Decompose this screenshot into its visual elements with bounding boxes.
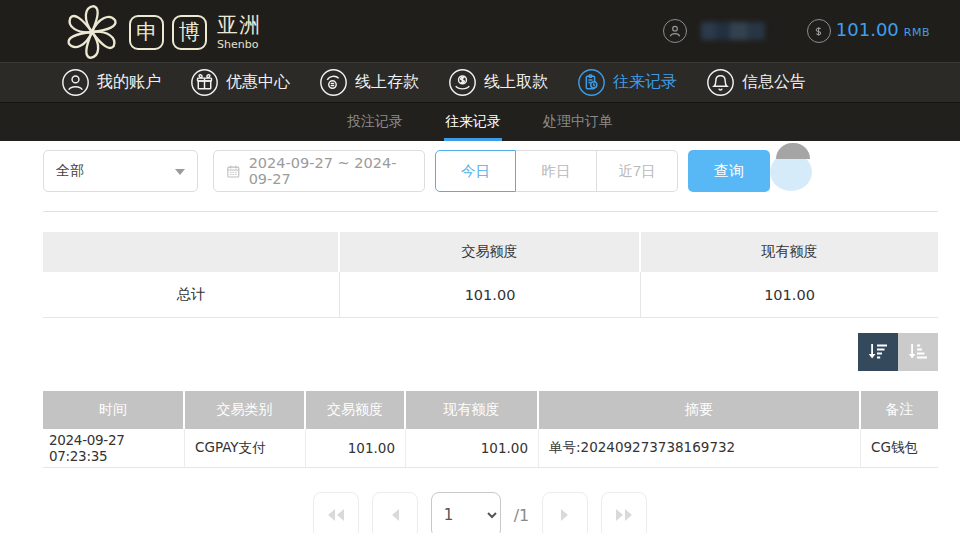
filter-bar: 全部 2024-09-27 ~ 2024-09-27 今日 昨日 近7日 查询 <box>43 150 770 192</box>
first-page-button[interactable] <box>313 492 359 533</box>
records-header-type: 交易类别 <box>185 391 306 429</box>
section-divider <box>43 211 938 212</box>
record-trade-amount: 101.00 <box>306 429 406 467</box>
double-right-arrow-icon <box>614 508 634 522</box>
top-header: 申 博 亚洲 Shenbo 101.00 RMB <box>0 0 960 62</box>
logo-char-box-2: 博 <box>172 15 207 50</box>
logo-char-box-1: 申 <box>129 15 164 50</box>
tab-betting-records[interactable]: 投注记录 <box>347 103 403 142</box>
today-button[interactable]: 今日 <box>435 150 516 192</box>
record-type-tabs: 投注记录 往来记录 处理中订单 <box>0 102 960 141</box>
left-arrow-icon <box>389 508 401 522</box>
record-remark: CG钱包 <box>861 429 938 467</box>
balance-currency: RMB <box>904 26 930 39</box>
double-left-arrow-icon <box>326 508 346 522</box>
nav-item-withdraw[interactable]: 线上取款 <box>449 69 548 96</box>
yesterday-button[interactable]: 昨日 <box>516 150 597 192</box>
user-avatar-icon[interactable] <box>663 19 687 43</box>
main-navigation: 我的账户 优惠中心 线上存款 线上取款 <box>0 62 960 102</box>
chevron-down-icon <box>175 169 185 175</box>
records-icon <box>578 69 605 96</box>
nav-item-announcements[interactable]: 信息公告 <box>707 69 806 96</box>
records-header-summary: 摘要 <box>539 391 861 429</box>
summary-header-empty <box>43 232 340 272</box>
bell-icon <box>707 69 734 96</box>
nav-item-promotions[interactable]: 优惠中心 <box>191 69 290 96</box>
calendar-icon <box>226 163 241 180</box>
last-page-button[interactable] <box>601 492 647 533</box>
type-filter-select[interactable]: 全部 <box>43 150 198 192</box>
sort-descending-icon <box>866 340 890 364</box>
next-page-button[interactable] <box>542 492 588 533</box>
last-7-days-button[interactable]: 近7日 <box>597 150 678 192</box>
records-header-remark: 备注 <box>861 391 938 429</box>
floating-widget[interactable] <box>768 143 820 189</box>
sort-controls <box>858 333 938 371</box>
record-time: 2024-09-27 07:23:35 <box>43 429 185 467</box>
summary-trade-amount-value: 101.00 <box>340 272 641 317</box>
transaction-records-page: 申 博 亚洲 Shenbo 101.00 RMB <box>0 0 960 533</box>
records-header-time: 时间 <box>43 391 185 429</box>
records-header-trade-amount: 交易额度 <box>306 391 406 429</box>
user-icon <box>62 69 89 96</box>
nav-item-deposit[interactable]: 线上存款 <box>320 69 419 96</box>
balance-display[interactable]: 101.00 RMB <box>807 19 930 43</box>
records-table: 时间 交易类别 交易额度 现有额度 摘要 备注 2024-09-27 07:23… <box>43 391 938 468</box>
records-header-row: 时间 交易类别 交易额度 现有额度 摘要 备注 <box>43 391 938 429</box>
floating-widget-head <box>776 143 810 159</box>
logo-region-text: 亚洲 <box>217 15 261 36</box>
table-row: 2024-09-27 07:23:35 CGPAY支付 101.00 101.0… <box>43 429 938 468</box>
pagination: 1 /1 <box>0 492 960 533</box>
sort-ascending-button[interactable] <box>898 333 938 371</box>
summary-header-trade-amount: 交易额度 <box>340 232 641 272</box>
previous-page-button[interactable] <box>372 492 418 533</box>
quick-date-buttons: 今日 昨日 近7日 <box>435 150 678 192</box>
tab-transaction-records[interactable]: 往来记录 <box>445 103 501 142</box>
summary-header-row: 交易额度 现有额度 <box>43 232 938 272</box>
total-pages-label: /1 <box>514 506 530 525</box>
dollar-coin-icon <box>807 19 831 43</box>
username-redacted[interactable] <box>701 22 765 40</box>
withdraw-icon <box>449 69 476 96</box>
page-select[interactable]: 1 <box>431 492 501 533</box>
record-summary: 单号:202409273738169732 <box>539 429 861 467</box>
summary-total-label: 总计 <box>43 272 340 317</box>
search-button[interactable]: 查询 <box>688 150 770 192</box>
gift-icon <box>191 69 218 96</box>
summary-header-current-amount: 现有额度 <box>641 232 938 272</box>
records-header-current-amount: 现有额度 <box>406 391 539 429</box>
summary-total-row: 总计 101.00 101.00 <box>43 272 938 318</box>
right-arrow-icon <box>559 508 571 522</box>
record-current-amount: 101.00 <box>406 429 539 467</box>
tab-pending-orders[interactable]: 处理中订单 <box>543 103 613 142</box>
nav-item-transaction-records[interactable]: 往来记录 <box>578 69 677 96</box>
nav-item-my-account[interactable]: 我的账户 <box>62 69 161 96</box>
flower-logo-icon <box>63 4 121 60</box>
logo-subtitle: Shenbo <box>217 39 261 50</box>
summary-current-amount-value: 101.00 <box>641 272 938 317</box>
sort-descending-button[interactable] <box>858 333 898 371</box>
sort-ascending-icon <box>906 340 930 364</box>
balance-amount: 101.00 <box>836 19 899 40</box>
date-range-input[interactable]: 2024-09-27 ~ 2024-09-27 <box>213 150 425 192</box>
content-area: 全部 2024-09-27 ~ 2024-09-27 今日 昨日 近7日 查询 <box>0 141 960 533</box>
brand-logo[interactable]: 申 博 亚洲 Shenbo <box>63 4 261 60</box>
deposit-icon <box>320 69 347 96</box>
summary-table: 交易额度 现有额度 总计 101.00 101.00 <box>43 232 938 318</box>
record-type: CGPAY支付 <box>185 429 306 467</box>
